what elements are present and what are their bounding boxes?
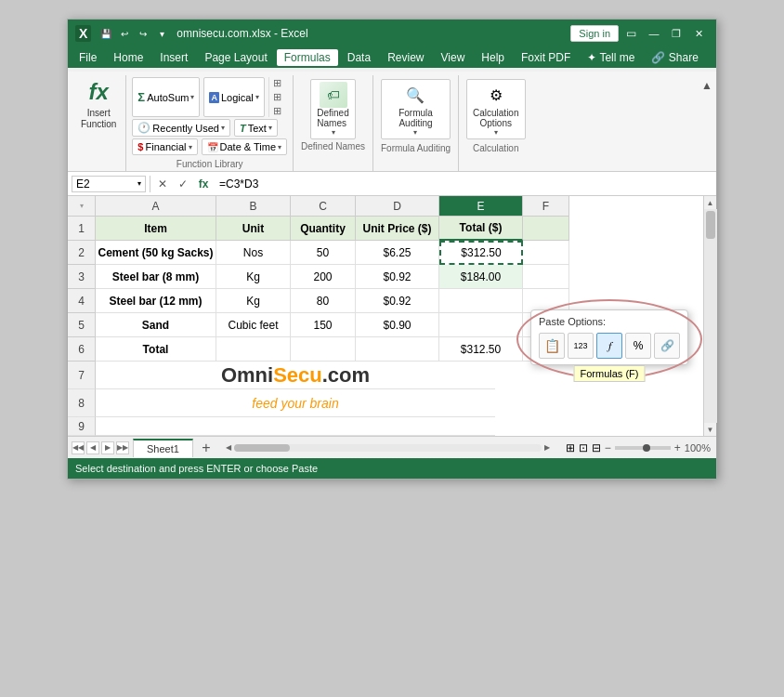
cell-c2[interactable]: 50 [291,241,356,265]
cell-d4[interactable]: $0.92 [356,289,439,313]
autosum-button[interactable]: Σ AutoSum ▾ [132,77,200,117]
redo-icon[interactable]: ↪ [136,26,150,41]
scroll-down-button[interactable]: ▼ [704,423,717,436]
cell-f3[interactable] [523,265,569,289]
page-break-button[interactable]: ⊟ [592,441,601,454]
menu-formulas[interactable]: Formulas [277,49,338,66]
hscroll-left-button[interactable]: ◀ [223,442,234,454]
cell-e2[interactable]: $312.50 [439,241,523,265]
cell-a3[interactable]: Steel bar (8 mm) [96,265,216,289]
scroll-track[interactable] [704,209,717,423]
menu-page-layout[interactable]: Page Layout [197,49,274,66]
paste-formulas-button[interactable]: 𝑓 Formulas (F) [596,333,622,359]
paste-button-4[interactable]: % [625,333,651,359]
scroll-up-button[interactable]: ▲ [704,196,717,209]
sheet-nav-last[interactable]: ▶▶ [116,441,129,454]
menu-data[interactable]: Data [340,49,378,66]
sheet-tab-sheet1[interactable]: Sheet1 [133,439,193,457]
financial-button[interactable]: $ Financial ▾ [132,138,197,155]
cell-c1[interactable]: Quantity [291,217,356,241]
insert-function-group[interactable]: fx InsertFunction [72,75,126,171]
col-header-f[interactable]: F [523,196,569,217]
menu-tell-me[interactable]: ✦ Tell me [580,49,642,66]
cell-b6[interactable] [216,337,291,362]
defined-names-button[interactable]: 🏷 DefinedNames ▾ [310,79,355,139]
datetime-button[interactable]: 📅 Date & Time ▾ [202,138,288,155]
confirm-formula-button[interactable]: ✓ [175,176,191,192]
zoom-slider-thumb[interactable] [643,444,650,452]
paste-button-2[interactable]: 123 [568,333,594,359]
sheet-nav-next[interactable]: ▶ [101,441,114,454]
menu-share[interactable]: 🔗 Share [644,49,705,66]
sheet-nav-prev[interactable]: ◀ [86,441,99,454]
recently-used-button[interactable]: 🕐 Recently Used ▾ [132,119,230,137]
cell-d6[interactable] [356,337,439,362]
cell-a4[interactable]: Steel bar (12 mm) [96,289,216,313]
close-button[interactable]: ✕ [688,23,709,44]
cell-e4[interactable] [439,289,523,313]
cell-b4[interactable]: Kg [216,289,291,313]
cell-d2[interactable]: $6.25 [356,241,439,265]
cell-c4[interactable]: 80 [291,289,356,313]
paste-button-5[interactable]: 🔗 [654,333,680,359]
menu-help[interactable]: Help [474,49,512,66]
page-layout-button[interactable]: ⊡ [579,441,588,454]
cell-a5[interactable]: Sand [96,313,216,337]
col-header-e[interactable]: E [439,196,523,217]
normal-view-button[interactable]: ⊞ [566,441,575,454]
cell-f1[interactable] [523,217,569,241]
insert-function-formula-bar-button[interactable]: fx [195,176,212,192]
cell-b5[interactable]: Cubic feet [216,313,291,337]
menu-foxit[interactable]: Foxit PDF [514,49,578,66]
restore-button[interactable]: ❐ [666,23,686,44]
cell-c5[interactable]: 150 [291,313,356,337]
col-header-c[interactable]: C [291,196,356,217]
menu-file[interactable]: File [72,49,104,66]
cell-d1[interactable]: Unit Price ($) [356,217,439,241]
cell-e3[interactable]: $184.00 [439,265,523,289]
customize-icon[interactable]: ▾ [154,26,169,41]
formula-input[interactable] [216,177,712,191]
save-icon[interactable]: 💾 [98,26,113,41]
cell-a1[interactable]: Item [96,217,216,241]
horizontal-scroll-thumb[interactable] [234,444,290,452]
col-header-d[interactable]: D [356,196,439,217]
cell-b2[interactable]: Nos [216,241,291,265]
hscroll-right-button[interactable]: ▶ [542,442,553,454]
zoom-in-button[interactable]: + [674,441,681,454]
cell-d3[interactable]: $0.92 [356,265,439,289]
calculation-options-button[interactable]: ⚙ CalculationOptions ▾ [466,79,525,139]
name-box[interactable]: E2 ▾ [72,176,146,192]
lookup-icon[interactable]: ⊞ [273,77,281,89]
cell-e5[interactable] [439,313,523,337]
ribbon-display-icon[interactable]: ▭ [626,27,636,40]
cell-f2[interactable] [523,241,569,265]
cell-d5[interactable]: $0.90 [356,313,439,337]
cancel-formula-button[interactable]: ✕ [154,176,171,192]
menu-review[interactable]: Review [380,49,431,66]
menu-insert[interactable]: Insert [152,49,195,66]
ribbon-collapse-button[interactable]: ▲ [698,75,716,171]
horizontal-scroll-track[interactable] [234,444,542,452]
cell-e6[interactable]: $312.50 [439,337,523,362]
cell-b1[interactable]: Unit [216,217,291,241]
zoom-out-button[interactable]: − [605,441,611,454]
cell-e1[interactable]: Total ($) [439,217,523,241]
add-sheet-button[interactable]: + [197,439,216,457]
math-icon[interactable]: ⊞ [273,91,281,103]
menu-view[interactable]: View [434,49,473,66]
cell-b3[interactable]: Kg [216,265,291,289]
minimize-button[interactable]: — [644,23,664,44]
logical-button[interactable]: A Logical ▾ [203,77,264,117]
undo-icon[interactable]: ↩ [117,26,132,41]
col-header-a[interactable]: A [96,196,216,217]
cell-c3[interactable]: 200 [291,265,356,289]
sign-in-button[interactable]: Sign in [570,25,619,42]
cell-a2[interactable]: Cement (50 kg Sacks) [96,241,216,265]
cell-c6[interactable] [291,337,356,362]
scroll-thumb[interactable] [706,211,715,239]
zoom-slider[interactable] [615,446,671,450]
paste-button-1[interactable]: 📋 [539,333,565,359]
select-all-button[interactable]: ▾ [68,196,95,217]
more-icon[interactable]: ⊞ [273,105,281,117]
